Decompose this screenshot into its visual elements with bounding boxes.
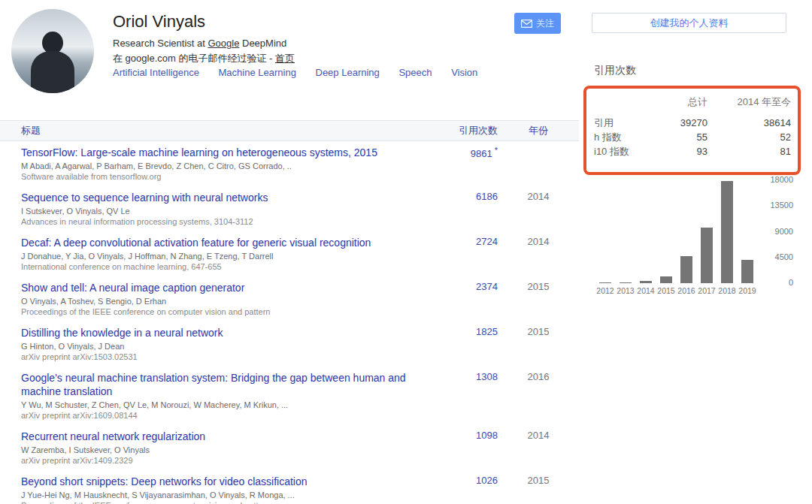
header-year-column[interactable]: 年份: [498, 124, 579, 137]
pub-authors: M Abadi, A Agarwal, P Barham, E Brevdo, …: [21, 161, 419, 171]
chart-bar-2017[interactable]: [701, 228, 713, 283]
chart-ytick-label: 13500: [760, 201, 793, 210]
pub-title-link[interactable]: Recurrent neural network regularization: [21, 430, 419, 443]
pub-title-link[interactable]: TensorFlow: Large-scale machine learning…: [21, 146, 419, 159]
stats-label-citations: 引用: [594, 116, 644, 130]
pub-cell: Google's neural machine translation syst…: [0, 371, 426, 421]
table-row: Show and tell: A neural image caption ge…: [0, 276, 579, 321]
stats-header-spacer: [594, 95, 644, 109]
pub-venue: Software available from tensorflow.org: [21, 171, 419, 182]
pub-cited-by-link[interactable]: 1825: [476, 326, 498, 337]
header-title-column[interactable]: 标题: [0, 124, 426, 137]
affiliation-google-link[interactable]: Google: [208, 38, 239, 49]
citations-stats-table: 总计 2014 年至今 引用 39270 38614 h 指数 55 52 i1…: [594, 95, 791, 158]
profile-affiliation: Research Scientist at Google DeepMind: [113, 38, 286, 49]
chart-year-label: 2017: [695, 286, 718, 295]
envelope-icon: [521, 20, 532, 28]
table-row: Google's neural machine translation syst…: [0, 367, 579, 425]
chart-year-label: 2019: [736, 286, 759, 295]
stats-header-all[interactable]: 总计: [644, 95, 707, 109]
pub-cell: TensorFlow: Large-scale machine learning…: [0, 146, 426, 182]
stats-row-i10-index: i10 指数 93 81: [594, 144, 791, 158]
pub-venue: International conference on machine lear…: [21, 261, 419, 272]
pub-year: 2014: [498, 236, 579, 272]
table-row: Distilling the knowledge in a neural net…: [0, 321, 579, 367]
stats-i10-index-all[interactable]: 93: [644, 144, 707, 158]
chart-bar-2014[interactable]: [640, 281, 652, 283]
stats-i10-index-since[interactable]: 81: [707, 144, 791, 158]
chart-bar-2016[interactable]: [680, 256, 692, 283]
table-row: Sequence to sequence learning with neura…: [0, 186, 579, 231]
pub-authors: I Sutskever, O Vinyals, QV Le: [21, 206, 419, 216]
pub-cited-by-link[interactable]: 1098: [476, 430, 498, 441]
interest-tag-artificial-intelligence[interactable]: Artificial Intelligence: [113, 67, 199, 78]
stats-h-index-since[interactable]: 52: [707, 130, 791, 144]
pub-authors: G Hinton, O Vinyals, J Dean: [21, 341, 419, 352]
pub-year: 2016: [498, 371, 579, 421]
pub-cited-by-link[interactable]: 9861: [471, 148, 492, 159]
pub-authors: W Zaremba, I Sutskever, O Vinyals: [21, 445, 419, 455]
stats-citations-all[interactable]: 39270: [644, 116, 707, 130]
pub-cited-by-cell: 9861*: [426, 146, 498, 182]
chart-bar-2019[interactable]: [741, 260, 753, 283]
pub-cell: Distilling the knowledge in a neural net…: [0, 326, 426, 362]
interest-tag-deep-learning[interactable]: Deep Learning: [316, 67, 380, 78]
pub-venue: Proceedings of the IEEE conference on co…: [21, 306, 419, 317]
pub-year: 2015: [498, 475, 579, 504]
chart-year-label: 2012: [594, 286, 617, 295]
publications-header-row: 标题 引用次数 年份: [0, 120, 579, 141]
profile-name: Oriol Vinyals: [113, 12, 205, 32]
pub-title-link[interactable]: Decaf: A deep convolutional activation f…: [21, 236, 419, 249]
chart-year-label: 2014: [635, 286, 657, 295]
chart-bar-2015[interactable]: [660, 276, 672, 283]
pub-cited-by-cell: 1026: [426, 475, 498, 504]
stats-label-h-index: h 指数: [594, 130, 644, 144]
affiliation-suffix: DeepMind: [239, 38, 286, 49]
header-cited-by-column[interactable]: 引用次数: [426, 124, 498, 137]
stats-citations-since[interactable]: 38614: [707, 116, 791, 130]
stats-row-citations: 引用 39270 38614: [594, 116, 791, 130]
pub-cell: Recurrent neural network regularization …: [0, 430, 426, 466]
pub-authors: J Donahue, Y Jia, O Vinyals, J Hoffman, …: [21, 251, 419, 261]
pub-year: 2015: [498, 326, 579, 362]
avatar[interactable]: [11, 9, 94, 93]
interest-tag-vision[interactable]: Vision: [451, 67, 477, 78]
interest-tag-speech[interactable]: Speech: [398, 67, 432, 78]
verified-text: 在 google.com 的电子邮件经过验证 -: [113, 53, 275, 64]
pub-title-link[interactable]: Google's neural machine translation syst…: [21, 371, 419, 398]
pub-cited-by-link[interactable]: 6186: [476, 191, 498, 202]
pub-cited-by-link[interactable]: 1026: [476, 475, 498, 486]
pub-cited-by-link[interactable]: 2374: [476, 281, 498, 292]
create-profile-button[interactable]: 创建我的个人资料: [592, 13, 786, 33]
pub-cited-by-link[interactable]: 1308: [476, 371, 498, 382]
pub-title-link[interactable]: Show and tell: A neural image caption ge…: [21, 281, 419, 294]
pub-cited-by-cell: 1825: [426, 326, 498, 362]
pub-year: 2015: [498, 281, 579, 317]
publications-table: 标题 引用次数 年份 TensorFlow: Large-scale machi…: [0, 120, 579, 504]
pub-title-link[interactable]: Beyond short snippets: Deep networks for…: [21, 475, 419, 488]
citations-panel-title: 引用次数: [594, 64, 636, 77]
stats-h-index-all[interactable]: 55: [644, 130, 707, 144]
pub-venue: Proceedings of the IEEE conference on co…: [21, 500, 419, 504]
pub-title-link[interactable]: Sequence to sequence learning with neura…: [21, 191, 419, 204]
homepage-link[interactable]: 首页: [275, 53, 295, 64]
chart-bar-2012[interactable]: [599, 282, 611, 283]
table-row: TensorFlow: Large-scale machine learning…: [0, 141, 579, 186]
affiliation-prefix: Research Scientist at: [113, 38, 208, 49]
stats-header-since[interactable]: 2014 年至今: [707, 95, 791, 109]
pub-venue: arXiv preprint arXiv:1609.08144: [21, 410, 419, 421]
interest-tag-machine-learning[interactable]: Machine Learning: [219, 67, 296, 78]
pub-cited-by-cell: 2374: [426, 281, 498, 317]
chart-bar-2018[interactable]: [721, 181, 733, 283]
stats-label-i10-index: i10 指数: [594, 144, 644, 158]
chart-year-label: 2013: [614, 286, 637, 295]
follow-button[interactable]: 关注: [514, 13, 561, 34]
pub-cited-by-cell: 1308: [426, 371, 498, 421]
table-row: Beyond short snippets: Deep networks for…: [0, 470, 579, 504]
pub-title-link[interactable]: Distilling the knowledge in a neural net…: [21, 326, 419, 340]
pub-year: [498, 146, 579, 182]
chart-bar-2013[interactable]: [620, 282, 632, 283]
pub-cited-by-link[interactable]: 2724: [476, 236, 498, 247]
verified-email-line: 在 google.com 的电子邮件经过验证 - 首页: [113, 52, 295, 65]
chart-ytick-label: 18000: [760, 175, 793, 184]
